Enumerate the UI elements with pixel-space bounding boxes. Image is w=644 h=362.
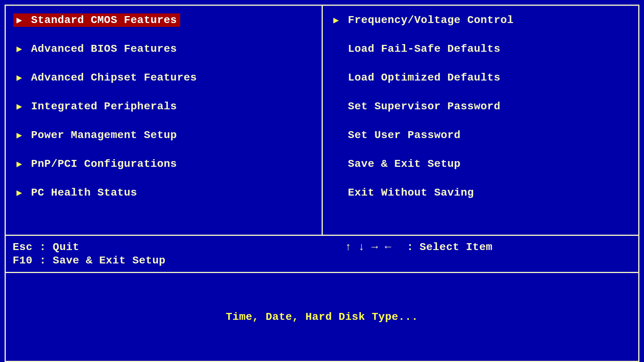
menu-item-exit-without-saving[interactable]: ▶Exit Without Saving	[330, 186, 477, 199]
menu-column-right: ▶Frequency/Voltage Control▶Load Fail-Saf…	[323, 6, 639, 235]
menu-item-save-exit-setup[interactable]: ▶Save & Exit Setup	[330, 157, 464, 171]
help-bar: Esc : Quit F10 : Save & Exit Setup ↑ ↓ →…	[5, 235, 639, 273]
help-esc: Esc : Quit	[13, 241, 322, 253]
menu-item-label: Advanced BIOS Features	[31, 43, 177, 55]
description-text: Time, Date, Hard Disk Type...	[226, 311, 418, 323]
help-left: Esc : Quit F10 : Save & Exit Setup	[13, 241, 322, 267]
help-arrows-label: Select Item	[419, 241, 492, 253]
submenu-arrow-icon: ▶	[16, 187, 24, 198]
menu-item-label: Set User Password	[348, 129, 461, 141]
menu-item-pnp-pci-configurations[interactable]: ▶PnP/PCI Configurations	[13, 157, 180, 171]
submenu-arrow-icon: ▶	[16, 72, 24, 83]
menu-item-label: Standard CMOS Features	[31, 14, 177, 26]
menu-item-label: Frequency/Voltage Control	[348, 14, 514, 26]
main-menu: ▶Standard CMOS Features▶Advanced BIOS Fe…	[5, 5, 639, 235]
menu-item-set-supervisor-password[interactable]: ▶Set Supervisor Password	[330, 100, 504, 113]
help-key-esc: Esc	[13, 241, 36, 253]
submenu-arrow-icon: ▶	[16, 158, 24, 169]
menu-item-set-user-password[interactable]: ▶Set User Password	[330, 128, 464, 142]
menu-item-label: Load Optimized Defaults	[348, 72, 501, 84]
menu-item-load-fail-safe-defaults[interactable]: ▶Load Fail-Safe Defaults	[330, 42, 504, 56]
help-key-f10: F10	[13, 255, 36, 267]
menu-item-standard-cmos-features[interactable]: ▶Standard CMOS Features	[13, 13, 180, 27]
submenu-arrow-icon: ▶	[334, 15, 341, 26]
menu-item-integrated-peripherals[interactable]: ▶Integrated Peripherals	[13, 100, 180, 113]
menu-column-left: ▶Standard CMOS Features▶Advanced BIOS Fe…	[6, 6, 323, 235]
help-label-f10: : Save & Exit Setup	[39, 255, 166, 267]
description-bar: Time, Date, Hard Disk Type...	[5, 273, 639, 362]
help-right: ↑ ↓ → ← : Select Item	[345, 241, 631, 267]
menu-item-advanced-chipset-features[interactable]: ▶Advanced Chipset Features	[13, 71, 200, 84]
menu-item-frequency-voltage-control[interactable]: ▶Frequency/Voltage Control	[330, 13, 517, 27]
menu-item-label: Integrated Peripherals	[31, 100, 177, 112]
menu-item-power-management-setup[interactable]: ▶Power Management Setup	[13, 128, 180, 142]
help-arrows-icon: ↑ ↓ → ←	[345, 241, 391, 253]
help-f10: F10 : Save & Exit Setup	[13, 255, 322, 267]
help-label-esc: : Quit	[39, 241, 79, 253]
help-arrows-sep: :	[407, 241, 413, 253]
submenu-arrow-icon: ▶	[16, 101, 24, 112]
menu-item-label: Advanced Chipset Features	[31, 72, 197, 84]
submenu-arrow-icon: ▶	[16, 43, 24, 54]
menu-item-advanced-bios-features[interactable]: ▶Advanced BIOS Features	[13, 42, 180, 56]
menu-item-label: Load Fail-Safe Defaults	[348, 43, 501, 55]
submenu-arrow-icon: ▶	[16, 15, 24, 26]
bios-screen: ▶Standard CMOS Features▶Advanced BIOS Fe…	[0, 0, 644, 362]
menu-item-pc-health-status[interactable]: ▶PC Health Status	[13, 186, 140, 199]
menu-item-load-optimized-defaults[interactable]: ▶Load Optimized Defaults	[330, 71, 504, 84]
menu-item-label: Exit Without Saving	[348, 187, 474, 199]
menu-item-label: PC Health Status	[31, 187, 137, 199]
menu-item-label: Power Management Setup	[31, 129, 177, 141]
menu-item-label: Set Supervisor Password	[348, 100, 501, 112]
menu-item-label: PnP/PCI Configurations	[31, 158, 177, 170]
menu-item-label: Save & Exit Setup	[348, 158, 461, 170]
submenu-arrow-icon: ▶	[16, 130, 24, 141]
